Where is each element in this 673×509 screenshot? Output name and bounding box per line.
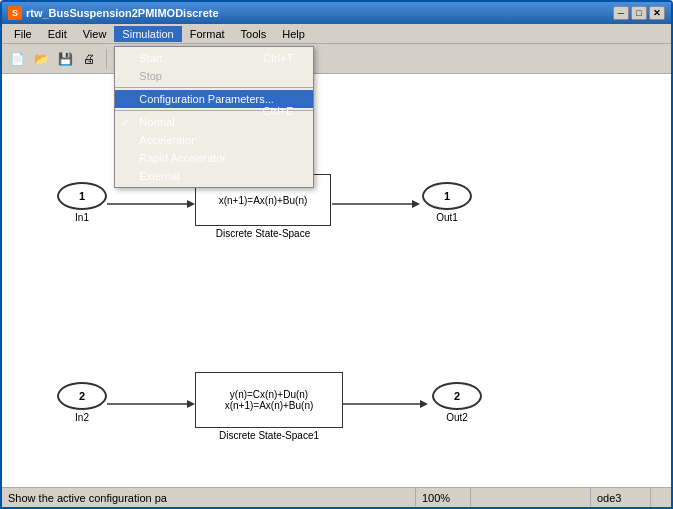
status-text: Show the active configuration pa [8, 492, 167, 504]
status-ode: ode3 [591, 488, 651, 507]
start-shortcut: Ctrl+T [263, 52, 293, 64]
out2-label: Out2 [446, 412, 468, 423]
print-button[interactable]: 🖨 [78, 48, 100, 70]
svg-marker-1 [187, 200, 195, 208]
toolbar-sep-1 [106, 49, 107, 69]
menu-tools[interactable]: Tools [233, 26, 275, 42]
svg-marker-5 [187, 400, 195, 408]
status-zoom: 100% [416, 488, 471, 507]
new-icon: 📄 [10, 52, 25, 66]
save-icon: 💾 [58, 52, 73, 66]
statusbar: Show the active configuration pa 100% od… [2, 487, 671, 507]
dss2-block[interactable]: y(n)=Cx(n)+Du(n) x(n+1)=Ax(n)+Bu(n) Disc… [195, 372, 343, 441]
dss2-line1: y(n)=Cx(n)+Du(n) [230, 389, 308, 400]
status-mid [471, 488, 591, 507]
in1-block[interactable]: 1 In1 [57, 182, 107, 223]
title-bar: S rtw_BusSuspension2PMIMODiscrete ─ □ ✕ [2, 2, 671, 24]
out2-block[interactable]: 2 Out2 [432, 382, 482, 423]
open-button[interactable]: 📂 [30, 48, 52, 70]
in2-block[interactable]: 2 In2 [57, 382, 107, 423]
dss2-line2: x(n+1)=Ax(n)+Bu(n) [225, 400, 314, 411]
dss2-label: Discrete State-Space1 [219, 430, 319, 441]
maximize-button[interactable]: □ [631, 6, 647, 20]
menu-sep-1 [115, 87, 313, 88]
out2-ellipse: 2 [432, 382, 482, 410]
open-icon: 📂 [34, 52, 49, 66]
in2-ellipse: 2 [57, 382, 107, 410]
dss1-line1: x(n+1)=Ax(n)+Bu(n) [219, 195, 308, 206]
window-title: rtw_BusSuspension2PMIMODiscrete [26, 7, 609, 19]
save-button[interactable]: 💾 [54, 48, 76, 70]
menu-view[interactable]: View [75, 26, 115, 42]
status-message: Show the active configuration pa [2, 488, 416, 507]
menu-item-normal[interactable]: Normal [115, 113, 313, 131]
dss2-rect: y(n)=Cx(n)+Du(n) x(n+1)=Ax(n)+Bu(n) [195, 372, 343, 428]
canvas-area: 1 In1 x(n+1)=Ax(n)+Bu(n) Discrete State-… [2, 74, 671, 487]
menu-item-start[interactable]: Start Ctrl+T [115, 49, 313, 67]
dss1-label: Discrete State-Space [216, 228, 311, 239]
in2-value: 2 [79, 390, 85, 402]
menu-item-config[interactable]: Configuration Parameters... Ctrl+E [115, 90, 313, 108]
out1-value: 1 [444, 190, 450, 202]
ode-text: ode3 [597, 492, 621, 504]
menu-file[interactable]: File [6, 26, 40, 42]
out1-block[interactable]: 1 Out1 [422, 182, 472, 223]
svg-marker-3 [412, 200, 420, 208]
zoom-text: 100% [422, 492, 450, 504]
simulation-dropdown: Start Ctrl+T Stop Configuration Paramete… [114, 46, 314, 188]
menu-format[interactable]: Format [182, 26, 233, 42]
in1-label: In1 [75, 212, 89, 223]
app-icon: S [8, 6, 22, 20]
print-icon: 🖨 [83, 52, 95, 66]
menu-item-external[interactable]: External [115, 167, 313, 185]
minimize-button[interactable]: ─ [613, 6, 629, 20]
status-end [651, 488, 671, 507]
toolbar: 📄 📂 💾 🖨 ▶ ■ Normal Accelerator Rapid Acc… [2, 44, 671, 74]
main-window: S rtw_BusSuspension2PMIMODiscrete ─ □ ✕ … [0, 0, 673, 509]
svg-marker-7 [420, 400, 428, 408]
menu-help[interactable]: Help [274, 26, 313, 42]
in1-ellipse: 1 [57, 182, 107, 210]
menu-item-rapid[interactable]: Rapid Accelerator [115, 149, 313, 167]
in1-value: 1 [79, 190, 85, 202]
menu-item-stop: Stop [115, 67, 313, 85]
close-button[interactable]: ✕ [649, 6, 665, 20]
in2-label: In2 [75, 412, 89, 423]
new-button[interactable]: 📄 [6, 48, 28, 70]
menu-simulation[interactable]: Simulation Start Ctrl+T Stop Configurati… [114, 26, 181, 42]
menu-edit[interactable]: Edit [40, 26, 75, 42]
out1-label: Out1 [436, 212, 458, 223]
menu-item-accelerator[interactable]: Accelerator [115, 131, 313, 149]
menubar: File Edit View Simulation Start Ctrl+T S… [2, 24, 671, 44]
out1-ellipse: 1 [422, 182, 472, 210]
window-controls: ─ □ ✕ [613, 6, 665, 20]
out2-value: 2 [454, 390, 460, 402]
